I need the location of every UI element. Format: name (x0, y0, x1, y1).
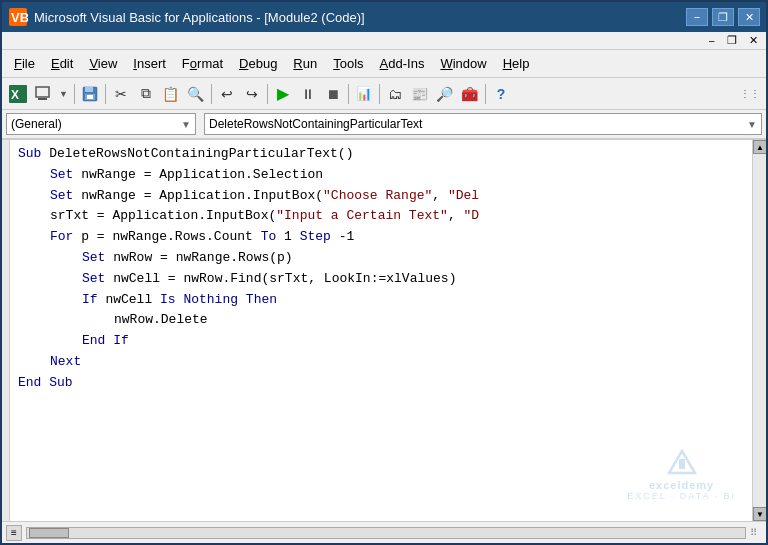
proc-dropdown[interactable]: DeleteRowsNotContainingParticularText ▼ (204, 113, 762, 135)
outer-close[interactable]: ✕ (743, 34, 764, 47)
run-btn[interactable]: ▶ (271, 82, 295, 106)
dropdowns-row: (General) ▼ DeleteRowsNotContainingParti… (2, 110, 766, 140)
window-title: Microsoft Visual Basic for Applications … (34, 10, 686, 25)
menu-addins[interactable]: Add-Ins (372, 54, 433, 73)
paste-btn[interactable]: 📋 (159, 82, 183, 106)
outer-minimize[interactable]: − (703, 35, 721, 47)
menu-view[interactable]: View (81, 54, 125, 73)
chart-btn[interactable]: 📊 (352, 82, 376, 106)
code-editor[interactable]: Sub DeleteRowsNotContainingParticularTex… (10, 140, 752, 521)
dropdown-arrow-btn[interactable]: ▼ (56, 82, 71, 106)
code-line-2: Set nwRange = Application.Selection (18, 165, 744, 186)
stop-btn[interactable]: ⏹ (321, 82, 345, 106)
sep4 (267, 84, 268, 104)
title-bar: VB Microsoft Visual Basic for Applicatio… (2, 2, 766, 32)
outer-restore[interactable]: ❐ (721, 34, 743, 47)
horizontal-scrollbar[interactable] (26, 527, 746, 539)
secondary-controls: − ❐ ✕ (2, 32, 766, 50)
code-line-3: Set nwRange = Application.InputBox("Choo… (18, 186, 744, 207)
code-line-4: srTxt = Application.InputBox("Input a Ce… (18, 206, 744, 227)
proj-explorer-btn[interactable]: 🗂 (383, 82, 407, 106)
code-line-12: End Sub (18, 373, 744, 394)
restore-button[interactable]: ❐ (712, 8, 734, 26)
status-bar: ≡ ⠿ (2, 521, 766, 543)
menu-tools[interactable]: Tools (325, 54, 371, 73)
window-controls: − ❐ ✕ (686, 8, 760, 26)
sep6 (379, 84, 380, 104)
code-line-6: Set nwRow = nwRange.Rows(p) (18, 248, 744, 269)
svg-text:X: X (11, 88, 19, 102)
app-icon: VB (8, 7, 28, 27)
sep1 (74, 84, 75, 104)
props-btn[interactable]: 📰 (408, 82, 432, 106)
right-space: ⋮⋮ (738, 82, 762, 106)
scroll-thumb (29, 528, 69, 538)
code-line-10: End If (18, 331, 744, 352)
sep3 (211, 84, 212, 104)
save-btn[interactable] (78, 82, 102, 106)
svg-rect-9 (87, 95, 93, 99)
cut-btn[interactable]: ✂ (109, 82, 133, 106)
code-line-9: nwRow.Delete (18, 310, 744, 331)
toolbar-expand-btn[interactable]: ⋮⋮ (738, 82, 762, 106)
find-btn[interactable]: 🔍 (184, 82, 208, 106)
view-btn[interactable] (31, 82, 55, 106)
code-line-7: Set nwCell = nwRow.Find(srTxt, LookIn:=x… (18, 269, 744, 290)
redo-btn[interactable]: ↪ (240, 82, 264, 106)
scroll-track[interactable] (753, 154, 766, 507)
svg-rect-4 (36, 87, 49, 97)
minimize-button[interactable]: − (686, 8, 708, 26)
close-button[interactable]: ✕ (738, 8, 760, 26)
general-arrow: ▼ (181, 119, 191, 130)
svg-rect-7 (85, 87, 93, 92)
undo-btn[interactable]: ↩ (215, 82, 239, 106)
sep5 (348, 84, 349, 104)
status-icon-left[interactable]: ≡ (6, 525, 22, 541)
code-line-11: Next (18, 352, 744, 373)
general-dropdown[interactable]: (General) ▼ (6, 113, 196, 135)
sep2 (105, 84, 106, 104)
menu-file[interactable]: File (6, 54, 43, 73)
svg-rect-5 (38, 98, 47, 100)
menu-debug[interactable]: Debug (231, 54, 285, 73)
code-line-1: Sub DeleteRowsNotContainingParticularTex… (18, 144, 744, 165)
proc-arrow: ▼ (747, 119, 757, 130)
resize-grip: ⠿ (750, 527, 762, 539)
vertical-scrollbar[interactable]: ▲ ▼ (752, 140, 766, 521)
copy-btn[interactable]: ⧉ (134, 82, 158, 106)
svg-text:VB: VB (11, 10, 28, 25)
help-btn[interactable]: ? (489, 82, 513, 106)
excel-icon-btn[interactable]: X (6, 82, 30, 106)
menu-format[interactable]: Format (174, 54, 231, 73)
menu-window[interactable]: Window (432, 54, 494, 73)
scroll-up-btn[interactable]: ▲ (753, 140, 766, 154)
code-gutter (2, 140, 10, 521)
menu-help[interactable]: Help (495, 54, 538, 73)
menu-insert[interactable]: Insert (125, 54, 174, 73)
sep7 (485, 84, 486, 104)
proc-value: DeleteRowsNotContainingParticularText (209, 117, 422, 131)
menu-bar: File Edit View Insert Format Debug Run T… (2, 50, 766, 78)
menu-edit[interactable]: Edit (43, 54, 81, 73)
pause-btn[interactable]: ⏸ (296, 82, 320, 106)
code-line-5: For p = nwRange.Rows.Count To 1 Step -1 (18, 227, 744, 248)
code-area: Sub DeleteRowsNotContainingParticularTex… (2, 140, 766, 521)
toolbox-btn[interactable]: 🧰 (458, 82, 482, 106)
general-value: (General) (11, 117, 62, 131)
obj-browser-btn[interactable]: 🔎 (433, 82, 457, 106)
main-window: VB Microsoft Visual Basic for Applicatio… (0, 0, 768, 545)
scroll-down-btn[interactable]: ▼ (753, 507, 766, 521)
code-line-8: If nwCell Is Nothing Then (18, 290, 744, 311)
toolbar: X ▼ ✂ ⧉ 📋 🔍 ↩ ↪ ▶ (2, 78, 766, 110)
menu-run[interactable]: Run (285, 54, 325, 73)
